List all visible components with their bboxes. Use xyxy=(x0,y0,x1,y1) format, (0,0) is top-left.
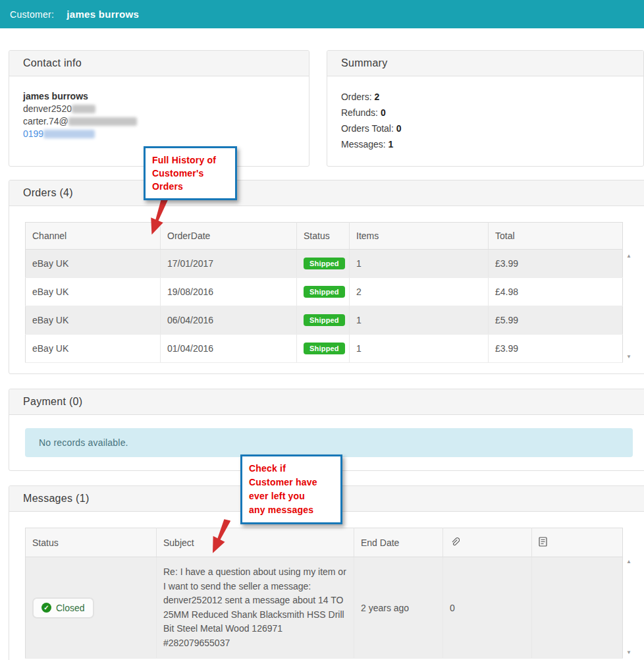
orders-header-row: Channel OrderDate Status Items Total xyxy=(26,223,623,250)
messages-col-status: Status xyxy=(26,528,157,557)
order-row[interactable]: eBay UK 19/08/2016 Shipped 2 £4.98 xyxy=(26,278,623,306)
summary-orders-total: Orders Total: 0 xyxy=(341,121,630,136)
orders-col-total: Total xyxy=(489,223,623,250)
contact-phone-line: 0199 xyxy=(23,128,295,140)
customer-header-bar: Customer: james burrows xyxy=(0,0,644,28)
contact-username-line: denver2520 xyxy=(23,103,295,115)
message-row[interactable]: ✓ Closed Re: I have a question about usi… xyxy=(26,557,623,659)
messages-col-attachments xyxy=(443,528,532,557)
customer-detail-page: Customer: james burrows Contact info jam… xyxy=(0,0,644,660)
orders-table-scrollbar[interactable]: ▲ ▼ xyxy=(623,250,635,363)
redacted-phone xyxy=(43,130,95,138)
contact-email: carter.74@ xyxy=(23,116,68,126)
messages-col-notes xyxy=(532,528,623,557)
scrollbar-up-arrow[interactable]: ▲ xyxy=(626,254,631,259)
message-end-date: 2 years ago xyxy=(354,557,443,659)
orders-annotation-callout: Full History of Customer's Orders xyxy=(144,146,237,200)
summary-messages: Messages: 1 xyxy=(341,136,630,152)
summary-panel: Summary Orders: 2 Refunds: 0 Orders Tota… xyxy=(327,50,644,167)
message-attachments-count: 0 xyxy=(443,557,532,659)
contact-full-name: james burrows xyxy=(23,90,295,103)
status-badge-shipped: Shipped xyxy=(304,258,345,269)
messages-table: Status Subject End Date xyxy=(25,528,623,659)
order-row[interactable]: eBay UK 17/01/2017 Shipped 1 £3.99 xyxy=(26,250,623,278)
contact-phone-link[interactable]: 0199 xyxy=(23,128,43,139)
status-badge-shipped: Shipped xyxy=(304,314,345,326)
scrollbar-up-arrow[interactable]: ▲ xyxy=(626,559,631,564)
no-records-alert: No records available. xyxy=(25,428,633,457)
messages-table-scrollbar[interactable]: ▲ ▼ xyxy=(623,556,635,659)
orders-body: Channel OrderDate Status Items Total eBa… xyxy=(9,206,644,373)
contact-info-title: Contact info xyxy=(9,51,309,76)
redacted-username xyxy=(72,105,95,113)
summary-refunds: Refunds: 0 xyxy=(341,105,630,121)
scrollbar-down-arrow[interactable]: ▼ xyxy=(626,354,631,360)
messages-col-enddate: End Date xyxy=(354,528,443,557)
orders-title: Orders (4) xyxy=(9,180,644,206)
closed-label: Closed xyxy=(56,603,85,613)
paperclip-icon xyxy=(450,537,460,549)
contact-email-line: carter.74@ xyxy=(23,115,295,128)
message-notes-cell xyxy=(532,557,623,659)
top-panels-row: Contact info james burrows denver2520 ca… xyxy=(9,50,644,167)
order-row[interactable]: eBay UK 01/04/2016 Shipped 1 £3.99 xyxy=(26,335,623,363)
customer-label: Customer: xyxy=(10,9,54,20)
check-icon: ✓ xyxy=(41,603,51,613)
document-icon xyxy=(539,537,547,549)
customer-name: james burrows xyxy=(67,9,139,20)
orders-col-orderdate: OrderDate xyxy=(161,223,297,250)
message-subject: Re: I have a question about using my ite… xyxy=(157,557,354,659)
orders-col-items: Items xyxy=(350,223,489,250)
orders-table: Channel OrderDate Status Items Total eBa… xyxy=(25,222,623,363)
messages-col-subject: Subject xyxy=(157,528,354,557)
summary-body: Orders: 2 Refunds: 0 Orders Total: 0 Mes… xyxy=(327,76,643,165)
messages-annotation-callout: Check if Customer have ever left you any… xyxy=(240,454,342,524)
orders-panel: Orders (4) Channel OrderDate Status Item… xyxy=(9,180,644,374)
contact-username: denver2520 xyxy=(23,103,72,114)
scrollbar-down-arrow[interactable]: ▼ xyxy=(626,650,631,655)
orders-col-channel: Channel xyxy=(26,223,161,250)
redacted-email xyxy=(68,117,137,126)
status-badge-shipped: Shipped xyxy=(304,343,345,354)
summary-orders: Orders: 2 xyxy=(341,89,630,105)
order-row[interactable]: eBay UK 06/04/2016 Shipped 1 £5.99 xyxy=(26,306,623,335)
summary-title: Summary xyxy=(327,51,643,76)
messages-body: Status Subject End Date xyxy=(9,512,644,660)
page-content: Contact info james burrows denver2520 ca… xyxy=(0,28,644,660)
status-badge-closed: ✓ Closed xyxy=(32,597,94,619)
contact-info-body: james burrows denver2520 carter.74@ 0199 xyxy=(9,76,309,154)
payment-title: Payment (0) xyxy=(9,389,644,415)
status-badge-shipped: Shipped xyxy=(304,286,345,298)
messages-header-row: Status Subject End Date xyxy=(26,528,623,557)
orders-col-status: Status xyxy=(297,223,350,250)
